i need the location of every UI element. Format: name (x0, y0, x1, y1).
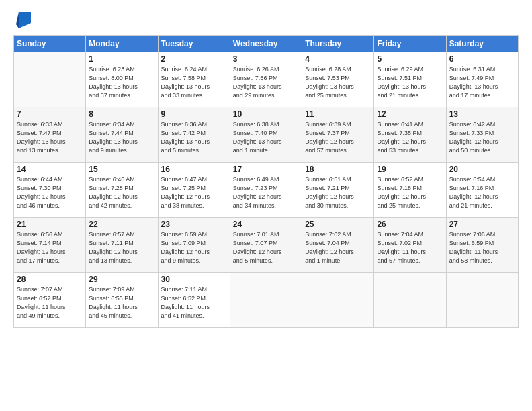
calendar-cell: 24Sunrise: 7:01 AM Sunset: 7:07 PM Dayli… (230, 218, 302, 273)
day-info: Sunrise: 6:56 AM Sunset: 7:14 PM Dayligh… (17, 230, 83, 265)
calendar-cell (302, 273, 374, 328)
day-number: 6 (449, 54, 515, 64)
day-info: Sunrise: 6:49 AM Sunset: 7:23 PM Dayligh… (233, 175, 299, 210)
calendar-cell (14, 52, 86, 107)
calendar-cell: 5Sunrise: 6:29 AM Sunset: 7:51 PM Daylig… (374, 52, 446, 107)
day-info: Sunrise: 6:31 AM Sunset: 7:49 PM Dayligh… (449, 65, 515, 100)
header-wednesday: Wednesday (230, 36, 302, 52)
calendar-cell: 25Sunrise: 7:02 AM Sunset: 7:04 PM Dayli… (302, 218, 374, 273)
day-info: Sunrise: 7:01 AM Sunset: 7:07 PM Dayligh… (233, 230, 299, 265)
day-number: 13 (449, 109, 515, 119)
day-number: 14 (17, 165, 83, 174)
calendar-cell: 27Sunrise: 7:06 AM Sunset: 6:59 PM Dayli… (446, 218, 518, 273)
calendar-cell: 30Sunrise: 7:11 AM Sunset: 6:52 PM Dayli… (158, 273, 230, 328)
day-number: 27 (449, 220, 515, 229)
day-number: 18 (305, 165, 371, 174)
calendar-week-row: 14Sunrise: 6:44 AM Sunset: 7:30 PM Dayli… (14, 163, 519, 218)
day-number: 11 (305, 109, 371, 119)
calendar-cell: 15Sunrise: 6:46 AM Sunset: 7:28 PM Dayli… (86, 163, 158, 218)
day-info: Sunrise: 6:26 AM Sunset: 7:56 PM Dayligh… (233, 65, 299, 100)
calendar-table: Sunday Monday Tuesday Wednesday Thursday… (13, 35, 519, 328)
day-number: 9 (161, 109, 227, 119)
header-thursday: Thursday (302, 36, 374, 52)
day-info: Sunrise: 7:02 AM Sunset: 7:04 PM Dayligh… (305, 230, 371, 265)
day-number: 10 (233, 109, 299, 119)
day-number: 26 (377, 220, 443, 229)
day-info: Sunrise: 6:28 AM Sunset: 7:53 PM Dayligh… (305, 65, 371, 100)
header-monday: Monday (86, 36, 158, 52)
calendar-cell: 22Sunrise: 6:57 AM Sunset: 7:11 PM Dayli… (86, 218, 158, 273)
day-number: 20 (449, 165, 515, 174)
calendar-cell: 18Sunrise: 6:51 AM Sunset: 7:21 PM Dayli… (302, 163, 374, 218)
calendar-cell (446, 273, 518, 328)
header-sunday: Sunday (14, 36, 86, 52)
calendar-cell: 6Sunrise: 6:31 AM Sunset: 7:49 PM Daylig… (446, 52, 518, 107)
day-number: 24 (233, 220, 299, 229)
calendar-cell: 12Sunrise: 6:41 AM Sunset: 7:35 PM Dayli… (374, 107, 446, 163)
svg-marker-1 (16, 12, 19, 28)
day-number: 21 (17, 220, 83, 229)
calendar-week-row: 1Sunrise: 6:23 AM Sunset: 8:00 PM Daylig… (14, 52, 519, 107)
calendar-cell: 8Sunrise: 6:34 AM Sunset: 7:44 PM Daylig… (86, 107, 158, 163)
day-number: 3 (233, 54, 299, 64)
day-info: Sunrise: 7:11 AM Sunset: 6:52 PM Dayligh… (161, 285, 227, 320)
day-info: Sunrise: 6:29 AM Sunset: 7:51 PM Dayligh… (377, 65, 443, 100)
calendar-cell: 1Sunrise: 6:23 AM Sunset: 8:00 PM Daylig… (86, 52, 158, 107)
header-saturday: Saturday (446, 36, 518, 52)
day-number: 16 (161, 165, 227, 174)
day-number: 29 (89, 275, 154, 284)
page: Sunday Monday Tuesday Wednesday Thursday… (0, 0, 532, 411)
day-info: Sunrise: 6:24 AM Sunset: 7:58 PM Dayligh… (161, 65, 227, 100)
calendar-cell: 21Sunrise: 6:56 AM Sunset: 7:14 PM Dayli… (14, 218, 86, 273)
calendar-cell: 28Sunrise: 7:07 AM Sunset: 6:57 PM Dayli… (14, 273, 86, 328)
day-info: Sunrise: 6:54 AM Sunset: 7:16 PM Dayligh… (449, 175, 515, 210)
day-number: 30 (161, 275, 227, 284)
day-info: Sunrise: 6:39 AM Sunset: 7:37 PM Dayligh… (305, 120, 371, 155)
calendar-cell: 9Sunrise: 6:36 AM Sunset: 7:42 PM Daylig… (158, 107, 230, 163)
calendar-cell: 26Sunrise: 7:04 AM Sunset: 7:02 PM Dayli… (374, 218, 446, 273)
day-number: 5 (377, 54, 443, 64)
header (13, 11, 519, 30)
day-number: 15 (89, 165, 154, 174)
day-info: Sunrise: 6:57 AM Sunset: 7:11 PM Dayligh… (89, 230, 154, 265)
calendar-cell: 14Sunrise: 6:44 AM Sunset: 7:30 PM Dayli… (14, 163, 86, 218)
calendar-cell: 23Sunrise: 6:59 AM Sunset: 7:09 PM Dayli… (158, 218, 230, 273)
day-number: 17 (233, 165, 299, 174)
calendar-week-row: 21Sunrise: 6:56 AM Sunset: 7:14 PM Dayli… (14, 218, 519, 273)
day-info: Sunrise: 6:33 AM Sunset: 7:47 PM Dayligh… (17, 120, 83, 155)
day-info: Sunrise: 6:36 AM Sunset: 7:42 PM Dayligh… (161, 120, 227, 155)
calendar-cell (374, 273, 446, 328)
calendar-cell: 17Sunrise: 6:49 AM Sunset: 7:23 PM Dayli… (230, 163, 302, 218)
day-info: Sunrise: 6:46 AM Sunset: 7:28 PM Dayligh… (89, 175, 154, 210)
day-number: 4 (305, 54, 371, 64)
day-number: 28 (17, 275, 83, 284)
day-info: Sunrise: 6:42 AM Sunset: 7:33 PM Dayligh… (449, 120, 515, 155)
day-info: Sunrise: 6:44 AM Sunset: 7:30 PM Dayligh… (17, 175, 83, 210)
calendar-cell: 7Sunrise: 6:33 AM Sunset: 7:47 PM Daylig… (14, 107, 86, 163)
calendar-cell: 13Sunrise: 6:42 AM Sunset: 7:33 PM Dayli… (446, 107, 518, 163)
day-number: 7 (17, 109, 83, 119)
calendar-cell: 4Sunrise: 6:28 AM Sunset: 7:53 PM Daylig… (302, 52, 374, 107)
calendar-cell: 11Sunrise: 6:39 AM Sunset: 7:37 PM Dayli… (302, 107, 374, 163)
header-tuesday: Tuesday (158, 36, 230, 52)
header-friday: Friday (374, 36, 446, 52)
day-info: Sunrise: 6:38 AM Sunset: 7:40 PM Dayligh… (233, 120, 299, 155)
day-info: Sunrise: 6:47 AM Sunset: 7:25 PM Dayligh… (161, 175, 227, 210)
day-info: Sunrise: 6:23 AM Sunset: 8:00 PM Dayligh… (89, 65, 154, 100)
day-number: 23 (161, 220, 227, 229)
calendar-cell: 29Sunrise: 7:09 AM Sunset: 6:55 PM Dayli… (86, 273, 158, 328)
day-number: 19 (377, 165, 443, 174)
calendar-cell: 19Sunrise: 6:52 AM Sunset: 7:18 PM Dayli… (374, 163, 446, 218)
calendar-week-row: 7Sunrise: 6:33 AM Sunset: 7:47 PM Daylig… (14, 107, 519, 163)
logo-icon (16, 11, 31, 30)
day-number: 2 (161, 54, 227, 64)
day-info: Sunrise: 6:52 AM Sunset: 7:18 PM Dayligh… (377, 175, 443, 210)
svg-marker-0 (19, 12, 31, 28)
day-number: 12 (377, 109, 443, 119)
day-info: Sunrise: 7:09 AM Sunset: 6:55 PM Dayligh… (89, 285, 154, 320)
calendar-cell: 20Sunrise: 6:54 AM Sunset: 7:16 PM Dayli… (446, 163, 518, 218)
day-number: 25 (305, 220, 371, 229)
calendar-cell: 10Sunrise: 6:38 AM Sunset: 7:40 PM Dayli… (230, 107, 302, 163)
day-info: Sunrise: 7:06 AM Sunset: 6:59 PM Dayligh… (449, 230, 515, 265)
day-info: Sunrise: 6:34 AM Sunset: 7:44 PM Dayligh… (89, 120, 154, 155)
